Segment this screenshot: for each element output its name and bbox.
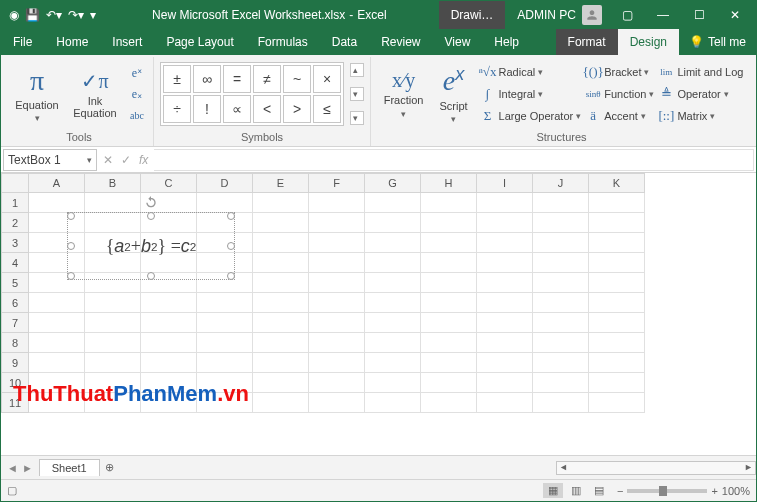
cell[interactable] [589,193,645,213]
accent-button[interactable]: äAccent▾ [585,106,654,126]
bracket-button[interactable]: {()}Bracket▾ [585,62,654,82]
tab-format-context[interactable]: Format [556,29,618,55]
cell[interactable] [477,293,533,313]
cell[interactable] [533,273,589,293]
cell[interactable] [421,273,477,293]
tab-formulas[interactable]: Formulas [246,29,320,55]
operator-button[interactable]: ≜Operator▾ [658,84,743,104]
symbol-cell[interactable]: ≤ [313,95,341,123]
cell[interactable] [29,333,85,353]
cell[interactable] [421,253,477,273]
row-header[interactable]: 5 [1,273,29,293]
cell[interactable] [365,313,421,333]
zoom-out-icon[interactable]: − [617,485,623,497]
close-button[interactable]: ✕ [718,1,752,29]
cell[interactable] [29,313,85,333]
cell[interactable] [365,233,421,253]
cell[interactable] [253,373,309,393]
cell[interactable] [309,253,365,273]
tab-file[interactable]: File [1,29,44,55]
cell[interactable] [589,213,645,233]
cell[interactable] [477,273,533,293]
page-layout-view-icon[interactable]: ▥ [566,483,586,498]
cell[interactable] [141,293,197,313]
tab-help[interactable]: Help [482,29,531,55]
cell[interactable] [533,333,589,353]
row-header[interactable]: 6 [1,293,29,313]
cell[interactable] [85,353,141,373]
cell[interactable] [309,213,365,233]
column-header[interactable]: C [141,173,197,193]
autosave-icon[interactable]: ◉ [9,8,19,22]
cell[interactable] [141,313,197,333]
symbol-cell[interactable]: < [253,95,281,123]
fx-icon[interactable]: fx [139,153,148,167]
cell[interactable] [477,373,533,393]
cell[interactable] [141,333,197,353]
fraction-button[interactable]: x⁄y Fraction ▾ [380,61,428,127]
symbol-cell[interactable]: ! [193,95,221,123]
tell-me-button[interactable]: 💡 Tell me [679,29,756,55]
tab-review[interactable]: Review [369,29,432,55]
cell[interactable] [421,313,477,333]
cell[interactable] [477,213,533,233]
cell[interactable] [253,213,309,233]
ink-equation-button[interactable]: ✓π Ink Equation [67,61,123,127]
cell[interactable] [421,353,477,373]
cell[interactable] [309,233,365,253]
cell[interactable] [29,353,85,373]
row-header[interactable]: 9 [1,353,29,373]
cell[interactable] [533,213,589,233]
cell[interactable] [365,193,421,213]
redo-icon[interactable]: ↷▾ [68,8,84,22]
column-header[interactable]: J [533,173,589,193]
cell[interactable] [589,373,645,393]
tab-scroll-right-icon[interactable]: ► [22,462,33,474]
column-header[interactable]: I [477,173,533,193]
cell[interactable] [85,293,141,313]
zoom-level[interactable]: 100% [722,485,750,497]
cell[interactable] [533,353,589,373]
cell[interactable] [533,233,589,253]
rotate-handle-icon[interactable] [143,194,159,210]
cell[interactable] [421,233,477,253]
equation-button[interactable]: π Equation ▾ [11,61,63,127]
worksheet-area[interactable]: ABCDEFGHIJK 1234567891011 {a2+b2} = c2 T… [1,173,756,455]
cell[interactable] [309,313,365,333]
cell[interactable] [309,193,365,213]
cell[interactable] [309,373,365,393]
cell[interactable] [253,253,309,273]
cell[interactable] [309,393,365,413]
row-header[interactable]: 4 [1,253,29,273]
cell[interactable] [365,333,421,353]
cell[interactable] [477,193,533,213]
zoom-in-icon[interactable]: + [711,485,717,497]
cell[interactable] [477,393,533,413]
cell[interactable] [477,233,533,253]
symbol-gallery[interactable]: ± ∞ = ≠ ~ × ÷ ! ∝ < > ≤ [160,62,344,126]
cell[interactable] [253,353,309,373]
page-break-view-icon[interactable]: ▤ [589,483,609,498]
row-header[interactable]: 1 [1,193,29,213]
minimize-button[interactable]: — [646,1,680,29]
cell[interactable] [365,273,421,293]
cell[interactable] [253,273,309,293]
cell[interactable] [197,333,253,353]
scroll-right-icon[interactable]: ► [744,462,753,472]
tab-scroll-left-icon[interactable]: ◄ [7,462,18,474]
function-button[interactable]: sinθFunction▾ [585,84,654,104]
symbol-cell[interactable]: ~ [283,65,311,93]
limit-log-button[interactable]: limLimit and Log [658,62,743,82]
cell[interactable] [365,393,421,413]
cell[interactable] [533,193,589,213]
ribbon-display-icon[interactable]: ▢ [610,1,644,29]
cell[interactable] [421,393,477,413]
cell[interactable] [421,193,477,213]
script-button[interactable]: ex Script ▾ [432,61,476,127]
row-header[interactable]: 3 [1,233,29,253]
symbol-cell[interactable]: ≠ [253,65,281,93]
tab-data[interactable]: Data [320,29,369,55]
tab-page-layout[interactable]: Page Layout [154,29,245,55]
cell[interactable] [253,293,309,313]
cell[interactable] [589,293,645,313]
